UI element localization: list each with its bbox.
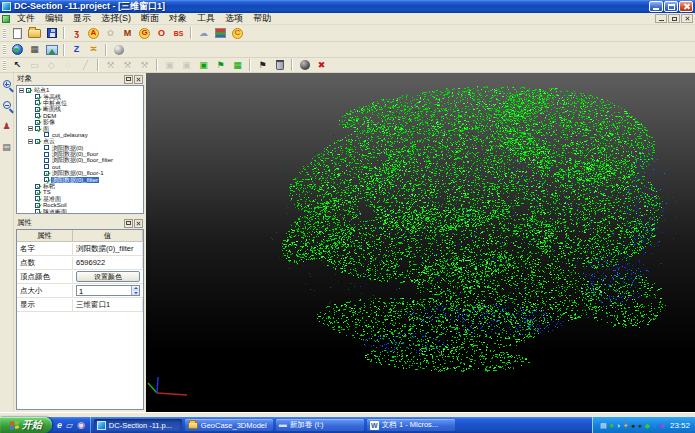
- sphere-button[interactable]: [110, 43, 127, 57]
- tree-checkbox[interactable]: [26, 88, 31, 93]
- level-button[interactable]: ≍: [85, 43, 102, 57]
- point-cloud-button[interactable]: ☁: [195, 26, 212, 40]
- axis-z-button[interactable]: Z: [68, 43, 85, 57]
- tree-expander-icon[interactable]: [28, 126, 33, 131]
- menu-object[interactable]: 对象: [164, 12, 192, 25]
- rgb-grid-button[interactable]: [212, 26, 229, 40]
- props-header-row: 属性值: [17, 230, 143, 242]
- tree-checkbox[interactable]: [44, 177, 49, 182]
- g-tool-button[interactable]: G: [136, 26, 153, 40]
- toolbar-grip[interactable]: [3, 28, 6, 39]
- tree-checkbox[interactable]: [35, 94, 40, 99]
- task-removable-drive[interactable]: ▬新加卷 (I:): [276, 419, 364, 431]
- tree-checkbox[interactable]: [44, 171, 49, 176]
- menu-file[interactable]: 文件: [12, 12, 40, 25]
- props-close-button[interactable]: [134, 219, 143, 228]
- mdi-close-button[interactable]: [681, 14, 693, 23]
- ime-icon[interactable]: ◑: [616, 422, 620, 429]
- new-document-button[interactable]: [9, 26, 26, 40]
- o-tool-button[interactable]: O: [153, 26, 170, 40]
- add-flag-button[interactable]: ⚑: [212, 58, 229, 72]
- menu-tools[interactable]: 工具: [192, 12, 220, 25]
- black-flag-button[interactable]: ⚑: [254, 58, 271, 72]
- bs-tool-button[interactable]: BS: [170, 26, 187, 40]
- tree-checkbox[interactable]: [35, 107, 40, 112]
- printer-icon[interactable]: ▤: [600, 422, 607, 429]
- toolbar-grip[interactable]: [3, 44, 6, 55]
- tree-checkbox[interactable]: [44, 158, 49, 163]
- menu-view[interactable]: 显示: [68, 12, 96, 25]
- mdi-minimize-button[interactable]: [655, 14, 667, 23]
- menu-edit[interactable]: 编辑: [40, 12, 68, 25]
- menu-select[interactable]: 选择(S): [96, 12, 136, 25]
- tree-checkbox[interactable]: [35, 190, 40, 195]
- task-dc-section[interactable]: DC-Section -11.p...: [94, 419, 182, 431]
- tree-checkbox[interactable]: [44, 132, 49, 137]
- save-button[interactable]: [43, 26, 60, 40]
- menu-help[interactable]: 帮助: [248, 12, 276, 25]
- close-button[interactable]: [679, 1, 693, 12]
- select-arrow-button[interactable]: ↖: [9, 58, 26, 72]
- globe-button[interactable]: [9, 43, 26, 57]
- tree-label: 浏阳数据(0)_floor_filter: [51, 157, 114, 163]
- toolbar-grip[interactable]: [3, 60, 6, 71]
- tree-expander-icon[interactable]: [28, 139, 33, 144]
- tree-checkbox[interactable]: [44, 164, 49, 169]
- tree-checkbox[interactable]: [44, 152, 49, 157]
- tree-checkbox[interactable]: [35, 120, 40, 125]
- task-geocase-folder[interactable]: GeoCase_3DModel: [185, 419, 273, 431]
- objects-float-button[interactable]: [124, 75, 133, 84]
- annotation-a-button[interactable]: A: [85, 26, 102, 40]
- open-folder-button[interactable]: [26, 26, 43, 40]
- restore-button[interactable]: [664, 1, 678, 12]
- tree-checkbox[interactable]: [35, 113, 40, 118]
- set-color-button[interactable]: 设置颜色: [76, 271, 140, 282]
- tree-checkbox[interactable]: [35, 196, 40, 201]
- matrix-m-button[interactable]: M: [119, 26, 136, 40]
- qq2-icon[interactable]: ●: [638, 422, 642, 429]
- ie-icon[interactable]: e: [57, 421, 62, 430]
- security-icon[interactable]: ◆: [659, 422, 664, 429]
- minimize-button[interactable]: [649, 1, 663, 12]
- show-desktop-icon[interactable]: ▱: [66, 421, 73, 430]
- tree-checkbox[interactable]: [44, 145, 49, 150]
- tree-checkbox[interactable]: [35, 184, 40, 189]
- mdi-restore-button[interactable]: [668, 14, 680, 23]
- net-icon[interactable]: ●: [652, 422, 656, 429]
- antivirus-icon[interactable]: ◆: [644, 422, 649, 429]
- qq-icon[interactable]: ●: [631, 422, 635, 429]
- toolbar-separator: [190, 27, 192, 39]
- menu-section[interactable]: 断面: [136, 12, 164, 25]
- stepper-down-icon[interactable]: [132, 291, 139, 296]
- green-grid-button[interactable]: ▦: [229, 58, 246, 72]
- dark-sphere-button[interactable]: [296, 58, 313, 72]
- photo-viewer-icon[interactable]: ◉: [77, 421, 85, 430]
- point-size-value[interactable]: 1: [77, 286, 131, 295]
- tree-checkbox[interactable]: [35, 203, 40, 208]
- zoom-out-button[interactable]: [1, 99, 13, 111]
- props-float-button[interactable]: [124, 219, 133, 228]
- add-region-button[interactable]: ▣: [195, 58, 212, 72]
- tree-checkbox[interactable]: [35, 139, 40, 144]
- menu-options[interactable]: 选项: [220, 12, 248, 25]
- image-button[interactable]: [43, 43, 60, 57]
- task-word-document[interactable]: W文档 1 - Micros...: [367, 419, 455, 431]
- mdi-document-icon[interactable]: [2, 15, 10, 23]
- viewport-canvas[interactable]: [146, 73, 695, 412]
- green-agent-icon[interactable]: ■: [609, 422, 613, 429]
- tree-expander-icon[interactable]: [19, 88, 24, 93]
- tree-checkbox[interactable]: [35, 126, 40, 131]
- zoom-in-button[interactable]: [1, 78, 13, 90]
- print-button[interactable]: ▤: [1, 141, 13, 153]
- start-button[interactable]: 开始: [0, 417, 52, 433]
- download-icon[interactable]: ✦: [623, 422, 629, 429]
- c-coin-button[interactable]: C: [229, 26, 246, 40]
- walk-button[interactable]: ♟: [1, 120, 13, 132]
- point-size-stepper[interactable]: 1: [76, 285, 140, 296]
- delete-button[interactable]: [271, 58, 288, 72]
- tree-checkbox[interactable]: [35, 100, 40, 105]
- close-red-button[interactable]: ✖: [313, 58, 330, 72]
- import-scan-button[interactable]: ʒ: [68, 26, 85, 40]
- grid-button[interactable]: ▦: [26, 43, 43, 57]
- objects-close-button[interactable]: [134, 75, 143, 84]
